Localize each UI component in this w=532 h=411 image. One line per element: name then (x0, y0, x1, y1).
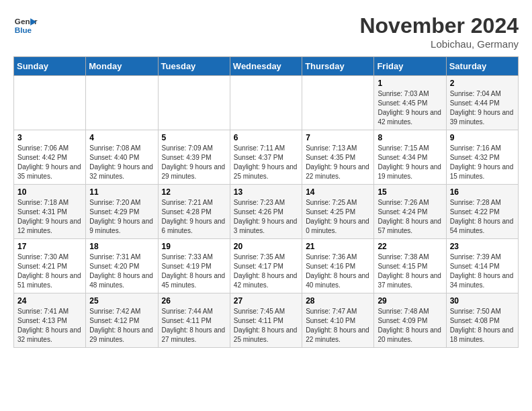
day-number: 7 (306, 133, 370, 142)
calendar-cell: 30Sunrise: 7:50 AM Sunset: 4:08 PM Dayli… (446, 293, 518, 348)
month-title: November 2024 (359, 13, 519, 38)
day-info: Sunrise: 7:35 AM Sunset: 4:17 PM Dayligh… (234, 253, 298, 290)
day-info: Sunrise: 7:26 AM Sunset: 4:24 PM Dayligh… (378, 198, 442, 236)
day-number: 2 (450, 79, 515, 88)
day-info: Sunrise: 7:39 AM Sunset: 4:14 PM Dayligh… (450, 253, 515, 290)
calendar-cell: 26Sunrise: 7:44 AM Sunset: 4:11 PM Dayli… (158, 293, 230, 348)
calendar-header-row: SundayMondayTuesdayWednesdayThursdayFrid… (14, 57, 519, 76)
day-number: 24 (17, 296, 82, 306)
day-number: 23 (450, 242, 515, 251)
day-number: 17 (17, 242, 82, 251)
day-number: 5 (162, 133, 226, 142)
col-header-wednesday: Wednesday (230, 57, 302, 76)
day-number: 19 (162, 242, 226, 251)
calendar-cell: 29Sunrise: 7:48 AM Sunset: 4:09 PM Dayli… (374, 293, 446, 348)
calendar-cell: 4Sunrise: 7:08 AM Sunset: 4:40 PM Daylig… (86, 130, 158, 185)
day-number: 25 (89, 296, 154, 306)
calendar-cell: 5Sunrise: 7:09 AM Sunset: 4:39 PM Daylig… (158, 130, 230, 185)
title-block: November 2024 Lobichau, Germany (359, 13, 519, 50)
logo-icon: General Blue (13, 13, 38, 38)
week-row-5: 24Sunrise: 7:41 AM Sunset: 4:13 PM Dayli… (14, 293, 519, 348)
day-info: Sunrise: 7:13 AM Sunset: 4:35 PM Dayligh… (306, 144, 370, 181)
day-number: 21 (306, 242, 370, 251)
day-number: 14 (306, 187, 370, 197)
calendar-cell: 18Sunrise: 7:31 AM Sunset: 4:20 PM Dayli… (86, 239, 158, 293)
logo: General Blue (13, 13, 38, 38)
calendar-table: SundayMondayTuesdayWednesdayThursdayFrid… (13, 56, 519, 348)
day-info: Sunrise: 7:45 AM Sunset: 4:11 PM Dayligh… (234, 307, 298, 345)
day-info: Sunrise: 7:09 AM Sunset: 4:39 PM Dayligh… (162, 144, 226, 181)
calendar-cell (230, 76, 302, 130)
day-number: 22 (378, 242, 442, 251)
day-info: Sunrise: 7:23 AM Sunset: 4:26 PM Dayligh… (234, 198, 298, 236)
day-info: Sunrise: 7:21 AM Sunset: 4:28 PM Dayligh… (162, 198, 226, 236)
calendar-cell: 9Sunrise: 7:16 AM Sunset: 4:32 PM Daylig… (446, 130, 518, 185)
day-number: 1 (378, 79, 442, 88)
day-info: Sunrise: 7:44 AM Sunset: 4:11 PM Dayligh… (162, 307, 226, 345)
calendar-cell: 7Sunrise: 7:13 AM Sunset: 4:35 PM Daylig… (302, 130, 374, 185)
calendar-cell: 12Sunrise: 7:21 AM Sunset: 4:28 PM Dayli… (158, 185, 230, 239)
page-header: General Blue November 2024 Lobichau, Ger… (13, 13, 519, 50)
day-number: 11 (89, 187, 154, 197)
week-row-2: 3Sunrise: 7:06 AM Sunset: 4:42 PM Daylig… (14, 130, 519, 185)
day-number: 28 (306, 296, 370, 306)
col-header-monday: Monday (86, 57, 158, 76)
col-header-thursday: Thursday (302, 57, 374, 76)
day-info: Sunrise: 7:31 AM Sunset: 4:20 PM Dayligh… (89, 253, 154, 290)
col-header-tuesday: Tuesday (158, 57, 230, 76)
calendar-cell: 6Sunrise: 7:11 AM Sunset: 4:37 PM Daylig… (230, 130, 302, 185)
calendar-cell: 19Sunrise: 7:33 AM Sunset: 4:19 PM Dayli… (158, 239, 230, 293)
day-info: Sunrise: 7:06 AM Sunset: 4:42 PM Dayligh… (17, 144, 82, 181)
calendar-body: 1Sunrise: 7:03 AM Sunset: 4:45 PM Daylig… (14, 76, 519, 348)
day-info: Sunrise: 7:18 AM Sunset: 4:31 PM Dayligh… (17, 198, 82, 236)
col-header-sunday: Sunday (14, 57, 86, 76)
day-info: Sunrise: 7:25 AM Sunset: 4:25 PM Dayligh… (306, 198, 370, 236)
day-number: 12 (162, 187, 226, 197)
calendar-cell: 15Sunrise: 7:26 AM Sunset: 4:24 PM Dayli… (374, 185, 446, 239)
calendar-cell: 21Sunrise: 7:36 AM Sunset: 4:16 PM Dayli… (302, 239, 374, 293)
day-info: Sunrise: 7:03 AM Sunset: 4:45 PM Dayligh… (378, 89, 442, 127)
calendar-cell (86, 76, 158, 130)
location: Lobichau, Germany (359, 38, 519, 50)
day-info: Sunrise: 7:15 AM Sunset: 4:34 PM Dayligh… (378, 144, 442, 181)
day-info: Sunrise: 7:16 AM Sunset: 4:32 PM Dayligh… (450, 144, 515, 181)
calendar-cell: 10Sunrise: 7:18 AM Sunset: 4:31 PM Dayli… (14, 185, 86, 239)
day-info: Sunrise: 7:36 AM Sunset: 4:16 PM Dayligh… (306, 253, 370, 290)
calendar-cell: 17Sunrise: 7:30 AM Sunset: 4:21 PM Dayli… (14, 239, 86, 293)
calendar-cell: 1Sunrise: 7:03 AM Sunset: 4:45 PM Daylig… (374, 76, 446, 130)
week-row-3: 10Sunrise: 7:18 AM Sunset: 4:31 PM Dayli… (14, 185, 519, 239)
day-number: 29 (378, 296, 442, 306)
calendar-cell (302, 76, 374, 130)
col-header-saturday: Saturday (446, 57, 518, 76)
calendar-cell: 2Sunrise: 7:04 AM Sunset: 4:44 PM Daylig… (446, 76, 518, 130)
day-info: Sunrise: 7:47 AM Sunset: 4:10 PM Dayligh… (306, 307, 370, 345)
week-row-4: 17Sunrise: 7:30 AM Sunset: 4:21 PM Dayli… (14, 239, 519, 293)
day-number: 27 (234, 296, 298, 306)
day-info: Sunrise: 7:08 AM Sunset: 4:40 PM Dayligh… (89, 144, 154, 181)
calendar-cell: 14Sunrise: 7:25 AM Sunset: 4:25 PM Dayli… (302, 185, 374, 239)
day-number: 20 (234, 242, 298, 251)
calendar-cell: 20Sunrise: 7:35 AM Sunset: 4:17 PM Dayli… (230, 239, 302, 293)
day-number: 3 (17, 133, 82, 142)
day-info: Sunrise: 7:11 AM Sunset: 4:37 PM Dayligh… (234, 144, 298, 181)
day-number: 18 (89, 242, 154, 251)
calendar-cell: 3Sunrise: 7:06 AM Sunset: 4:42 PM Daylig… (14, 130, 86, 185)
calendar-cell (14, 76, 86, 130)
day-info: Sunrise: 7:41 AM Sunset: 4:13 PM Dayligh… (17, 307, 82, 345)
calendar-cell: 23Sunrise: 7:39 AM Sunset: 4:14 PM Dayli… (446, 239, 518, 293)
day-number: 26 (162, 296, 226, 306)
svg-text:Blue: Blue (15, 26, 32, 34)
day-info: Sunrise: 7:33 AM Sunset: 4:19 PM Dayligh… (162, 253, 226, 290)
day-number: 9 (450, 133, 515, 142)
day-number: 4 (89, 133, 154, 142)
day-info: Sunrise: 7:38 AM Sunset: 4:15 PM Dayligh… (378, 253, 442, 290)
col-header-friday: Friday (374, 57, 446, 76)
day-number: 6 (234, 133, 298, 142)
day-info: Sunrise: 7:04 AM Sunset: 4:44 PM Dayligh… (450, 89, 515, 127)
week-row-1: 1Sunrise: 7:03 AM Sunset: 4:45 PM Daylig… (14, 76, 519, 130)
calendar-cell: 24Sunrise: 7:41 AM Sunset: 4:13 PM Dayli… (14, 293, 86, 348)
day-number: 10 (17, 187, 82, 197)
calendar-cell: 13Sunrise: 7:23 AM Sunset: 4:26 PM Dayli… (230, 185, 302, 239)
calendar-cell: 8Sunrise: 7:15 AM Sunset: 4:34 PM Daylig… (374, 130, 446, 185)
day-number: 30 (450, 296, 515, 306)
